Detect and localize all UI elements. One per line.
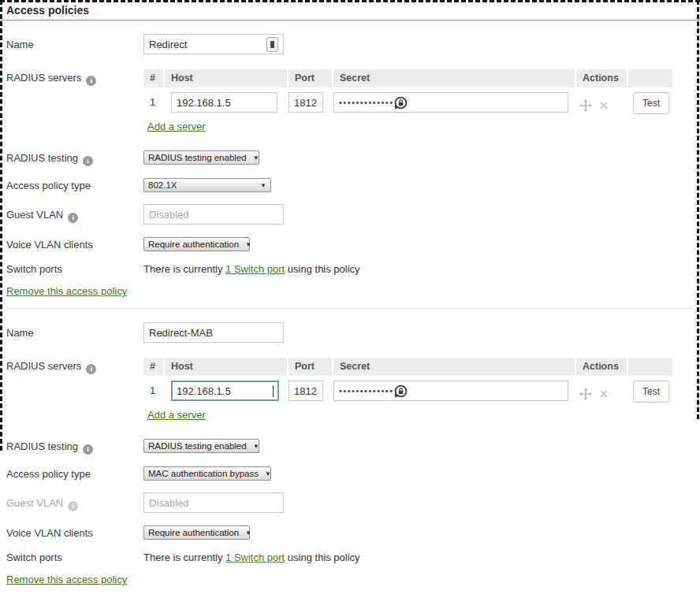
access-policy-type-label: Access policy type xyxy=(6,466,143,480)
autofill-icon[interactable] xyxy=(266,37,278,52)
voice-vlan-label: Voice VLAN clients xyxy=(6,526,143,539)
switch-port-link[interactable]: 1 Switch port xyxy=(225,552,285,563)
col-header-test xyxy=(628,69,672,87)
table-header-row: # Host Port Secret Actions xyxy=(143,69,672,87)
name-value: Redirect-MAB xyxy=(149,327,278,339)
reveal-secret-icon[interactable] xyxy=(394,384,408,398)
radius-servers-label: RADIUS serversi xyxy=(6,69,143,86)
info-icon[interactable]: i xyxy=(83,444,93,455)
voice-vlan-select[interactable]: Require authentication ▼ xyxy=(143,237,250,251)
table-row: 1 ••••••••••••• xyxy=(143,87,672,114)
secret-value-masked: ••••••••••••• xyxy=(339,98,394,107)
col-header-actions: Actions xyxy=(576,69,627,87)
chevron-down-icon: ▼ xyxy=(253,443,259,450)
chevron-down-icon: ▼ xyxy=(245,529,251,537)
radius-servers-label: RADIUS serversi xyxy=(6,358,143,374)
guest-vlan-label: Guest VLANi xyxy=(6,204,143,223)
col-header-num: # xyxy=(143,69,163,87)
access-policy-section-2: Name Redirect-MAB RADIUS serversi # Host… xyxy=(0,322,700,586)
host-input[interactable] xyxy=(171,92,277,113)
secret-input[interactable]: ••••••••••••• xyxy=(333,381,568,401)
table-row: 1 192.168.1.5 ••••••••••••• xyxy=(143,376,672,403)
info-icon: i xyxy=(68,501,78,511)
selection-outline-top xyxy=(0,0,700,2)
switch-port-link[interactable]: 1 Switch port xyxy=(225,263,285,275)
radius-testing-select[interactable]: RADIUS testing enabled ▼ xyxy=(143,439,259,453)
guest-vlan-input[interactable] xyxy=(143,204,284,225)
name-value: Redirect xyxy=(149,39,266,50)
name-label: Name xyxy=(6,34,143,50)
reveal-secret-icon[interactable] xyxy=(394,96,408,110)
chevron-down-icon: ▼ xyxy=(260,182,266,189)
move-row-icon[interactable] xyxy=(579,99,592,112)
add-server-link[interactable]: Add a server xyxy=(147,409,206,421)
voice-vlan-label: Voice VLAN clients xyxy=(6,237,143,251)
voice-vlan-select[interactable]: Require authentication ▼ xyxy=(143,526,250,540)
chevron-down-icon: ▼ xyxy=(265,470,271,477)
col-header-num: # xyxy=(143,358,163,376)
add-server-link[interactable]: Add a server xyxy=(147,121,206,132)
host-input[interactable]: 192.168.1.5 xyxy=(171,381,279,401)
test-button[interactable]: Test xyxy=(633,381,669,403)
radius-servers-table: # Host Port Secret Actions 1 xyxy=(143,69,672,114)
chevron-down-icon: ▼ xyxy=(253,154,259,162)
name-input[interactable]: Redirect-MAB xyxy=(143,322,284,343)
selection-outline-right xyxy=(697,0,699,419)
col-header-secret: Secret xyxy=(333,358,575,376)
selection-outline-left xyxy=(0,0,2,451)
port-input[interactable] xyxy=(289,92,323,113)
switch-ports-status: There is currently 1 Switch port using t… xyxy=(143,552,360,563)
remove-policy-link[interactable]: Remove this access policy xyxy=(6,285,127,297)
access-policy-section-1: Name Redirect RADIUS serversi # Host Por… xyxy=(0,34,700,298)
remove-policy-link[interactable]: Remove this access policy xyxy=(6,574,127,585)
col-header-host: Host xyxy=(165,358,287,376)
move-row-icon[interactable] xyxy=(579,388,592,400)
table-header-row: # Host Port Secret Actions xyxy=(143,358,672,376)
section-divider xyxy=(6,308,694,309)
switch-ports-label: Switch ports xyxy=(6,263,143,275)
access-policy-type-select[interactable]: 802.1X ▼ xyxy=(143,178,271,192)
info-icon[interactable]: i xyxy=(86,76,96,86)
secret-value-masked: ••••••••••••• xyxy=(339,386,394,396)
guest-vlan-label: Guest VLANi xyxy=(6,492,143,511)
col-header-port: Port xyxy=(289,358,332,376)
access-policy-type-label: Access policy type xyxy=(6,178,143,191)
info-icon[interactable]: i xyxy=(86,364,96,374)
delete-row-icon[interactable]: ✕ xyxy=(599,99,609,112)
col-header-test xyxy=(628,358,672,376)
col-header-port: Port xyxy=(289,69,332,87)
secret-input[interactable]: ••••••••••••• xyxy=(333,92,568,113)
radius-testing-select[interactable]: RADIUS testing enabled ▼ xyxy=(143,150,259,165)
page-title: Access policies xyxy=(0,0,700,20)
text-cursor xyxy=(273,385,274,397)
access-policies-page: Access policies Name Redirect RADIUS ser… xyxy=(0,0,700,598)
switch-ports-label: Switch ports xyxy=(6,552,143,563)
port-input[interactable] xyxy=(289,381,323,401)
info-icon[interactable]: i xyxy=(68,213,78,223)
radius-testing-label: RADIUS testingi xyxy=(6,439,143,455)
switch-ports-status: There is currently 1 Switch port using t… xyxy=(143,263,360,275)
name-input[interactable]: Redirect xyxy=(143,34,284,54)
test-button[interactable]: Test xyxy=(633,92,669,114)
server-number: 1 xyxy=(143,381,163,403)
info-icon[interactable]: i xyxy=(83,156,93,166)
radius-servers-table: # Host Port Secret Actions 1 192.168.1.5 xyxy=(143,358,672,403)
col-header-actions: Actions xyxy=(576,358,627,376)
delete-row-icon[interactable]: ✕ xyxy=(599,388,609,400)
server-number: 1 xyxy=(143,92,163,114)
name-label: Name xyxy=(6,322,143,339)
col-header-secret: Secret xyxy=(333,69,575,87)
access-policy-type-select[interactable]: MAC authentication bypass ▼ xyxy=(143,466,271,481)
guest-vlan-input[interactable] xyxy=(143,492,284,513)
col-header-host: Host xyxy=(165,69,287,87)
chevron-down-icon: ▼ xyxy=(245,241,251,248)
radius-testing-label: RADIUS testingi xyxy=(6,150,143,166)
